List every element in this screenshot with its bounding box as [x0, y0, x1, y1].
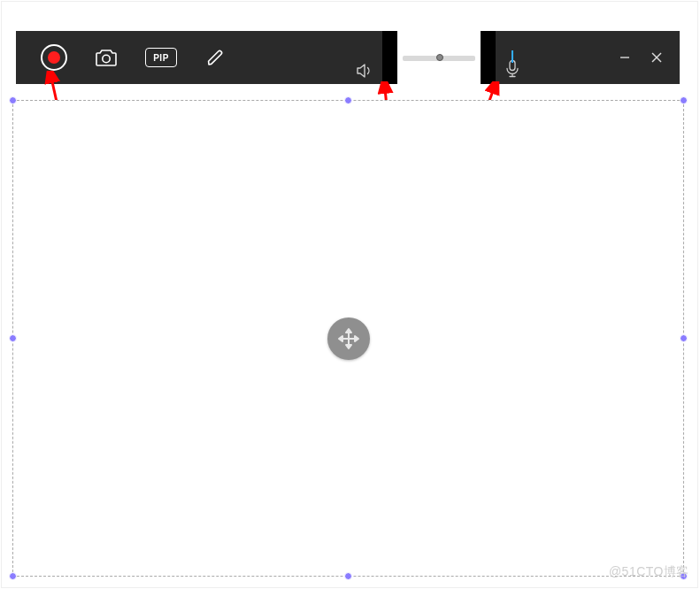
- resize-handle-bm[interactable]: [344, 572, 352, 580]
- close-icon: [650, 51, 663, 64]
- minimize-button[interactable]: [609, 42, 641, 73]
- pip-button[interactable]: PIP: [145, 48, 177, 67]
- camera-icon: [95, 48, 118, 67]
- recording-region[interactable]: [12, 100, 684, 577]
- resize-handle-tl[interactable]: [9, 96, 17, 104]
- speaker-icon: [356, 63, 373, 79]
- minimize-icon: [619, 51, 631, 64]
- mic-level-indicator: [512, 50, 513, 63]
- move-handle[interactable]: [327, 317, 370, 360]
- system-audio-button[interactable]: [347, 31, 382, 84]
- record-icon: [48, 51, 60, 64]
- preview-image: [397, 31, 481, 84]
- preview-thumbnail[interactable]: [382, 31, 496, 84]
- resize-handle-tr[interactable]: [680, 96, 688, 104]
- camera-button[interactable]: [92, 43, 120, 72]
- resize-handle-rm[interactable]: [680, 334, 688, 342]
- pencil-icon: [206, 48, 226, 67]
- record-button[interactable]: [41, 44, 67, 71]
- watermark: @51CTO博客: [609, 564, 689, 580]
- resize-handle-tm[interactable]: [344, 96, 352, 104]
- close-button[interactable]: [641, 42, 673, 73]
- resize-handle-bl[interactable]: [9, 572, 17, 580]
- svg-point-0: [103, 55, 110, 62]
- recorder-toolbar: PIP: [16, 31, 680, 84]
- microphone-button[interactable]: [496, 31, 529, 84]
- annotate-button[interactable]: [202, 43, 230, 72]
- preview-border-right: [481, 31, 496, 84]
- move-icon: [336, 326, 361, 351]
- resize-handle-lm[interactable]: [9, 334, 17, 342]
- preview-border-left: [382, 31, 397, 84]
